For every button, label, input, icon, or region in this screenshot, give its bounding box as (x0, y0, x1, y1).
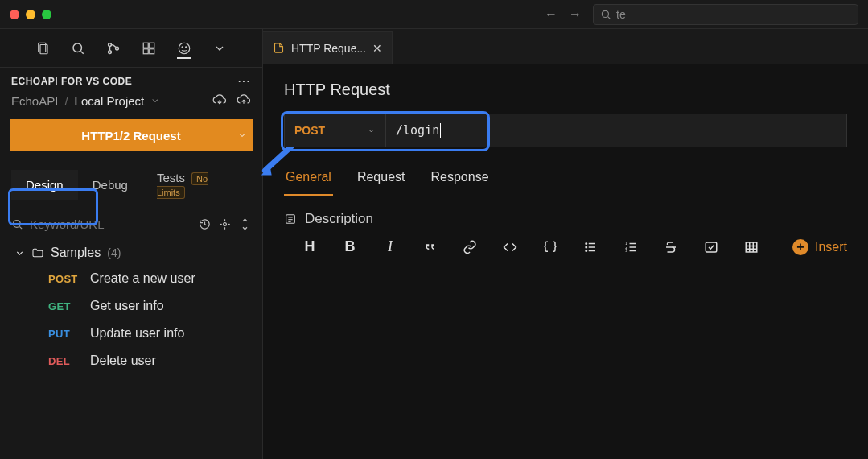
svg-rect-10 (150, 43, 154, 48)
italic-button[interactable]: I (382, 238, 398, 255)
folder-name: Samples (51, 246, 101, 260)
code-button[interactable] (503, 240, 519, 254)
breadcrumb-project[interactable]: Local Project (75, 94, 145, 108)
extensions-icon[interactable] (142, 41, 156, 56)
window-controls (10, 10, 51, 19)
tab-design[interactable]: Design (11, 170, 78, 200)
more-icon[interactable]: ··· (238, 76, 251, 87)
svg-point-32 (586, 250, 587, 251)
search-icon[interactable] (71, 41, 85, 56)
mode-tabs: Design Debug Tests No Limits (0, 163, 262, 216)
svg-point-15 (185, 46, 187, 48)
extension-title: ECHOAPI FOR VS CODE (11, 76, 132, 87)
chevron-down-icon[interactable] (212, 41, 227, 56)
sidebar: ECHOAPI FOR VS CODE ··· EchoAPI / Local … (0, 29, 263, 459)
echoapi-icon[interactable] (177, 44, 191, 59)
filter-input[interactable] (30, 217, 192, 231)
svg-point-30 (586, 242, 587, 244)
search-icon (600, 9, 611, 20)
page-title: HTTP Request (284, 81, 847, 99)
chevron-down-icon (367, 126, 376, 135)
svg-rect-12 (150, 48, 154, 53)
link-button[interactable] (463, 240, 479, 254)
plus-icon: + (792, 239, 808, 255)
tree-item[interactable]: POSTCreate a new user (11, 265, 262, 292)
activity-bar (0, 29, 262, 68)
document-icon (273, 42, 285, 54)
tab-request[interactable]: Request (356, 162, 407, 196)
tree-folder-samples[interactable]: Samples (4) (11, 241, 262, 265)
breadcrumb: EchoAPI / Local Project (0, 92, 262, 118)
insert-button[interactable]: + Insert (792, 239, 847, 255)
titlebar: ← → te (0, 0, 868, 29)
chevron-down-icon (14, 248, 25, 258)
cloud-upload-icon[interactable] (237, 93, 251, 108)
request-tabs: General Request Response (284, 162, 847, 196)
tab-response[interactable]: Response (430, 162, 491, 196)
bullet-list-button[interactable] (583, 240, 599, 254)
command-palette[interactable]: te (593, 4, 858, 25)
method-badge: POST (48, 273, 82, 285)
svg-point-18 (224, 223, 227, 226)
method-badge: DEL (48, 355, 82, 367)
method-badge: GET (48, 300, 82, 312)
editor-area: HTTP Reque... ✕ HTTP Request POST /login (263, 29, 868, 459)
nav-back-icon[interactable]: ← (545, 7, 557, 22)
new-http-request-label: HTTP1/2 Request (81, 129, 180, 143)
new-http-request-button[interactable]: HTTP1/2 Request (10, 119, 253, 151)
ordered-list-button[interactable]: 123 (623, 240, 640, 254)
tab-debug[interactable]: Debug (78, 170, 142, 200)
description-icon (284, 213, 297, 225)
tree-item-label: Create a new user (90, 271, 195, 286)
method-select[interactable]: POST (284, 114, 385, 147)
svg-point-6 (109, 43, 112, 46)
text-caret (440, 123, 441, 138)
chevron-down-icon[interactable] (150, 96, 160, 105)
close-icon[interactable]: ✕ (372, 42, 382, 55)
locate-icon[interactable] (219, 218, 231, 230)
folder-count: (4) (107, 246, 121, 259)
sort-icon[interactable] (239, 218, 251, 230)
minimize-window[interactable] (26, 10, 35, 19)
table-button[interactable] (744, 240, 760, 254)
request-line: POST /login (284, 114, 847, 147)
source-control-icon[interactable] (106, 41, 121, 56)
strikethrough-button[interactable] (664, 240, 680, 254)
svg-point-4 (73, 43, 82, 52)
tree-item[interactable]: GETGet user info (11, 292, 262, 320)
new-request-dropdown[interactable] (232, 119, 253, 151)
breadcrumb-product[interactable]: EchoAPI (11, 94, 58, 108)
tab-general[interactable]: General (284, 162, 333, 196)
nav-forward-icon[interactable]: → (569, 7, 582, 22)
svg-line-17 (19, 226, 22, 229)
maximize-window[interactable] (42, 10, 51, 19)
svg-text:3: 3 (625, 248, 627, 253)
editor-tab-http-request[interactable]: HTTP Reque... ✕ (263, 31, 393, 64)
insert-label: Insert (815, 240, 847, 254)
history-icon[interactable] (199, 218, 211, 230)
url-input[interactable]: /login (385, 114, 847, 147)
tree-item-label: Delete user (90, 354, 156, 368)
tree-item[interactable]: PUTUpdate user info (11, 320, 262, 347)
filter-row (0, 216, 262, 239)
svg-point-8 (116, 47, 119, 50)
heading-button[interactable]: H (302, 238, 318, 255)
svg-point-14 (182, 46, 183, 48)
quote-button[interactable] (422, 240, 438, 254)
tree-item[interactable]: DELDelete user (11, 347, 262, 374)
search-icon (11, 218, 23, 230)
bold-button[interactable]: B (342, 238, 358, 255)
explorer-icon[interactable] (35, 41, 50, 56)
checklist-button[interactable] (704, 240, 720, 254)
svg-point-31 (586, 246, 587, 248)
description-header: Description (284, 211, 847, 227)
close-window[interactable] (10, 10, 19, 19)
svg-rect-41 (746, 242, 757, 252)
svg-rect-40 (706, 242, 717, 252)
codeblock-button[interactable] (543, 240, 559, 254)
svg-point-13 (179, 43, 190, 54)
tab-tests[interactable]: Tests No Limits (142, 163, 251, 206)
cloud-download-icon[interactable] (212, 93, 227, 108)
svg-point-16 (14, 221, 21, 228)
svg-line-5 (80, 51, 83, 53)
